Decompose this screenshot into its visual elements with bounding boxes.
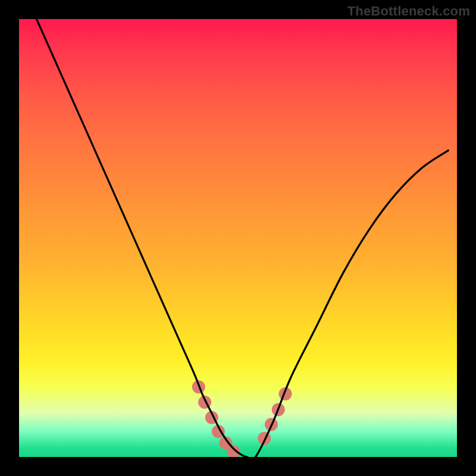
plot-area bbox=[19, 19, 457, 457]
chart-frame: TheBottleneck.com bbox=[0, 0, 476, 476]
watermark-label: TheBottleneck.com bbox=[347, 4, 470, 19]
chart-svg bbox=[19, 19, 457, 457]
bead-marker bbox=[258, 432, 271, 445]
bead-markers bbox=[192, 380, 292, 457]
bottleneck-curve bbox=[36, 19, 448, 457]
